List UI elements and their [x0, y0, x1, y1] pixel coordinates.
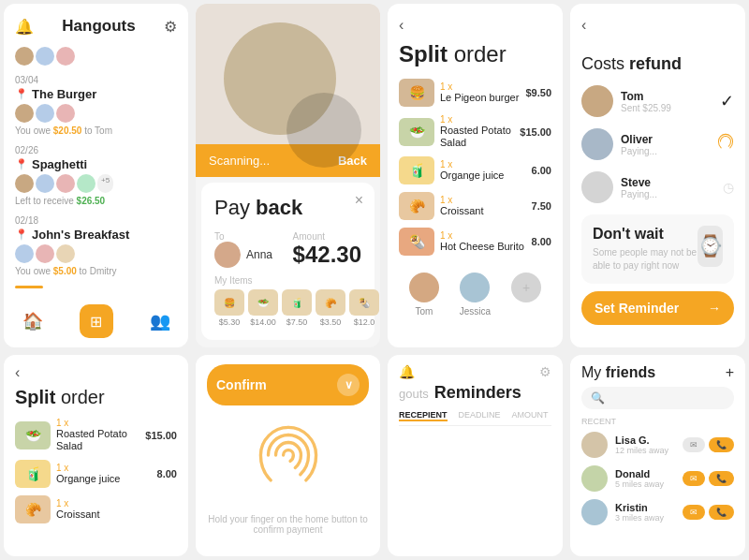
order-item: 🧃 1 x Organge juice 8.00: [15, 460, 177, 488]
bottom-nav: 🏠 ⊞ 👥: [4, 304, 188, 338]
friends-header: My friends +: [581, 364, 734, 381]
bell-icon: 🔔: [399, 364, 415, 379]
reminders-header: 🔔 ⚙: [399, 364, 551, 379]
refund-info: Tom Sent $25.99: [621, 90, 712, 113]
message-button[interactable]: ✉: [683, 471, 705, 486]
chevron-down-icon: ∨: [337, 374, 360, 396]
assignees-row: Tom Jessica +: [399, 265, 551, 317]
reminders-tabs: RECEPIENT DEADLINE AMOUNT: [399, 410, 551, 426]
gear-icon[interactable]: ⚙: [164, 18, 177, 36]
scan-nav-button[interactable]: ⊞: [80, 304, 113, 338]
order-thumbnail: 🌯: [399, 228, 434, 256]
avatar: [56, 47, 75, 66]
refund-item: Steve Paying... ◷: [581, 171, 734, 203]
item-price: $12.0: [349, 317, 379, 327]
hangout-item[interactable]: 03/04 📍 The Burger You owe $20.50 to Tom: [15, 75, 177, 136]
my-friends-panel: My friends + 🔍 RECENT Lisa G. 12 miles a…: [570, 355, 745, 556]
receive-text: Left to receive $26.50: [15, 196, 177, 206]
avatar: [15, 244, 34, 263]
close-icon[interactable]: ×: [355, 192, 363, 209]
order-item: 🍔 1 x Le Pigeon burger $9.50: [399, 79, 551, 107]
avatar: [77, 174, 95, 193]
order-info: 1 x Organge juice: [56, 463, 152, 485]
back-arrow-icon[interactable]: ‹: [15, 364, 177, 381]
set-reminder-button[interactable]: Set Reminder →: [581, 291, 734, 325]
item-price: $7.50: [282, 317, 312, 327]
add-friend-button[interactable]: +: [726, 364, 734, 381]
order-item: 🥗 1 x Roasted Potato Salad $15.00: [15, 418, 177, 452]
order-thumbnail: 🧃: [399, 156, 434, 184]
back-arrow-icon[interactable]: ‹: [581, 17, 586, 34]
order-item: 🧃 1 x Organge juice 6.00: [399, 156, 551, 184]
fingerprint-hint: Hold your finger on the home button to c…: [207, 514, 369, 535]
hangouts-title: Hangouts: [62, 17, 135, 36]
call-button[interactable]: 📞: [709, 505, 734, 520]
hangout-date: 02/18: [15, 215, 177, 226]
more-badge: +5: [97, 174, 113, 193]
friend-item: Lisa G. 12 miles away ✉ 📞: [581, 432, 734, 458]
order-info: 1 x Hot Cheese Burito: [440, 230, 526, 253]
avatar: [36, 244, 54, 263]
item-price: $5.30: [214, 317, 244, 327]
friend-actions: ✉ 📞: [683, 505, 734, 520]
friend-item: Kristin 3 miles away ✉ 📞: [581, 499, 734, 525]
scan-bar: Scanning... Back: [196, 144, 380, 177]
scan-icon: ⊞: [90, 313, 102, 331]
message-button[interactable]: ✉: [683, 437, 705, 452]
avatar: [36, 174, 54, 193]
friend-avatar: [581, 465, 608, 492]
call-button[interactable]: 📞: [709, 471, 734, 486]
avatar: [56, 244, 75, 263]
scan-panel: Scanning... Back × Pay back To Anna Amou…: [196, 4, 380, 347]
order-info: 1 x Croissant: [440, 195, 526, 217]
friends-title: My friends: [581, 364, 655, 381]
avatar: [36, 47, 54, 66]
tab-recipient[interactable]: RECEPIENT: [399, 410, 448, 421]
hangout-item[interactable]: 02/26 📍 Spaghetti +5 Left to receive $26…: [15, 145, 177, 206]
costs-header: ‹: [581, 17, 734, 41]
list-item: 🥗 $14.00: [248, 289, 278, 327]
gear-icon: ⚙: [539, 364, 551, 379]
fingerprint-large-icon[interactable]: [256, 422, 321, 508]
pay-amount: $42.30: [293, 242, 361, 268]
avatar: [36, 104, 54, 123]
back-arrow-icon[interactable]: ‹: [399, 17, 551, 34]
bell-icon[interactable]: 🔔: [15, 18, 34, 36]
list-item: 🍔 $5.30: [214, 289, 244, 327]
friend-actions: ✉ 📞: [683, 437, 734, 452]
item-price: $3.50: [316, 317, 345, 327]
assignee: Jessica: [460, 273, 491, 317]
item-thumbnail: 🌯: [349, 289, 379, 316]
add-assignee-avatar[interactable]: +: [511, 273, 541, 302]
friend-info: Lisa G. 12 miles away: [615, 435, 675, 455]
search-icon: 🔍: [591, 391, 605, 405]
call-button[interactable]: 📞: [709, 437, 734, 452]
hangout-name: 📍 Spaghetti: [15, 157, 177, 171]
search-bar[interactable]: 🔍: [581, 387, 734, 409]
avatar: [56, 174, 75, 193]
home-nav-icon[interactable]: 🏠: [22, 311, 43, 332]
confirm-button[interactable]: Confirm ∨: [207, 364, 369, 405]
list-item: 🥐 $3.50: [316, 289, 345, 327]
tab-amount[interactable]: AMOUNT: [512, 410, 549, 421]
tab-deadline[interactable]: DEADLINE: [459, 410, 501, 421]
order-thumbnail: 🍔: [399, 79, 434, 107]
refund-list: Tom Sent $25.99 ✓ Oliver Paying...: [581, 85, 734, 203]
hangout-item[interactable]: 02/18 📍 John's Breakfast You owe $5.00 t…: [15, 215, 177, 276]
item-thumbnail: 🥗: [248, 289, 278, 316]
arrow-right-icon: →: [708, 301, 721, 316]
assignee-avatar: [460, 273, 490, 302]
reminders-title-row: gouts Reminders: [399, 383, 551, 403]
split-order-left-panel: ‹ Split order 🥗 1 x Roasted Potato Salad…: [4, 355, 188, 556]
hangout-date: 03/04: [15, 75, 177, 85]
back-button[interactable]: Back: [338, 154, 367, 168]
group-nav-icon[interactable]: 👥: [150, 311, 170, 332]
pay-back-section: × Pay back To Anna Amount $42.30 My Item…: [201, 183, 374, 340]
order-info: 1 x Roasted Potato Salad: [56, 418, 140, 452]
assignee: Tom: [409, 273, 439, 317]
dont-wait-subtitle: Some people may not be able to pay right…: [593, 246, 698, 273]
order-item: 🥐 1 x Croissant: [15, 495, 177, 523]
message-button[interactable]: ✉: [683, 505, 705, 520]
hangout-name: 📍 John's Breakfast: [15, 228, 177, 242]
split-order-right-panel: ‹ Split order 🍔 1 x Le Pigeon burger $9.…: [388, 4, 563, 347]
